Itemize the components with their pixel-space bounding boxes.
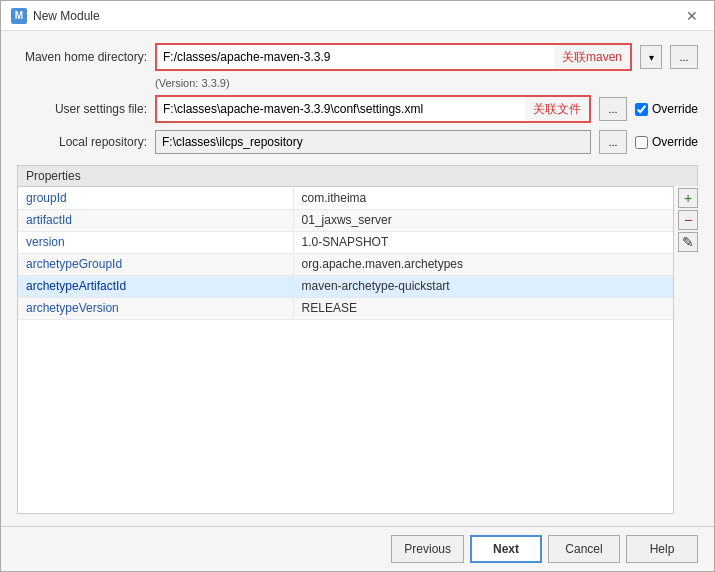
override-checkbox-group-2: Override [635,135,698,149]
title-bar-left: M New Module [11,8,100,24]
table-row[interactable]: archetypeVersionRELEASE [18,297,673,319]
icon-letter: M [15,10,23,21]
maven-dropdown-btn[interactable]: ▾ [640,45,662,69]
dialog-content: Maven home directory: 关联maven ▾ ... (Ver… [1,31,714,526]
maven-browse-btn[interactable]: ... [670,45,698,69]
help-button[interactable]: Help [626,535,698,563]
local-repo-input[interactable] [155,130,591,154]
table-row[interactable]: artifactId01_jaxws_server [18,209,673,231]
override-label-2: Override [652,135,698,149]
user-settings-red-label: 关联文件 [525,101,589,118]
properties-section: Properties groupIdcom.itheimaartifactId0… [17,165,698,514]
maven-home-label: Maven home directory: [17,50,147,64]
user-settings-input[interactable] [157,97,525,121]
property-value: RELEASE [293,297,673,319]
table-row[interactable]: version1.0-SNAPSHOT [18,231,673,253]
dialog-title: New Module [33,9,100,23]
override-label-1: Override [652,102,698,116]
property-value: maven-archetype-quickstart [293,275,673,297]
edit-property-btn[interactable]: ✎ [678,232,698,252]
side-buttons: + − ✎ [678,186,698,514]
next-button[interactable]: Next [470,535,542,563]
property-value: org.apache.maven.archetypes [293,253,673,275]
user-settings-row: User settings file: 关联文件 ... Override [17,95,698,123]
property-key: archetypeVersion [18,297,293,319]
user-settings-browse-btn[interactable]: ... [599,97,627,121]
maven-home-input[interactable] [157,45,554,69]
properties-table: groupIdcom.itheimaartifactId01_jaxws_ser… [18,187,673,320]
dialog-footer: Previous Next Cancel Help [1,526,714,571]
add-property-btn[interactable]: + [678,188,698,208]
properties-table-wrapper[interactable]: groupIdcom.itheimaartifactId01_jaxws_ser… [17,186,674,514]
new-module-dialog: M New Module ✕ Maven home directory: 关联m… [0,0,715,572]
property-value: 1.0-SNAPSHOT [293,231,673,253]
local-repo-label: Local repository: [17,135,147,149]
maven-red-label: 关联maven [554,49,630,66]
override-checkbox-1[interactable] [635,103,648,116]
maven-home-row: Maven home directory: 关联maven ▾ ... [17,43,698,71]
module-icon: M [11,8,27,24]
property-key: groupId [18,187,293,209]
property-key: archetypeArtifactId [18,275,293,297]
table-row[interactable]: groupIdcom.itheima [18,187,673,209]
property-value: 01_jaxws_server [293,209,673,231]
local-repo-browse-btn[interactable]: ... [599,130,627,154]
user-settings-input-wrapper: 关联文件 [155,95,591,123]
cancel-button[interactable]: Cancel [548,535,620,563]
maven-home-input-wrapper: 关联maven [155,43,632,71]
version-note: (Version: 3.3.9) [155,77,698,89]
property-value: com.itheima [293,187,673,209]
user-settings-label: User settings file: [17,102,147,116]
title-bar: M New Module ✕ [1,1,714,31]
remove-property-btn[interactable]: − [678,210,698,230]
table-row[interactable]: archetypeGroupIdorg.apache.maven.archety… [18,253,673,275]
previous-button[interactable]: Previous [391,535,464,563]
table-row[interactable]: archetypeArtifactIdmaven-archetype-quick… [18,275,673,297]
override-checkbox-group-1: Override [635,102,698,116]
local-repo-row: Local repository: ... Override [17,129,698,155]
properties-header: Properties [17,165,698,186]
property-key: artifactId [18,209,293,231]
property-key: version [18,231,293,253]
property-key: archetypeGroupId [18,253,293,275]
override-checkbox-2[interactable] [635,136,648,149]
properties-content: groupIdcom.itheimaartifactId01_jaxws_ser… [17,186,698,514]
close-button[interactable]: ✕ [680,6,704,26]
